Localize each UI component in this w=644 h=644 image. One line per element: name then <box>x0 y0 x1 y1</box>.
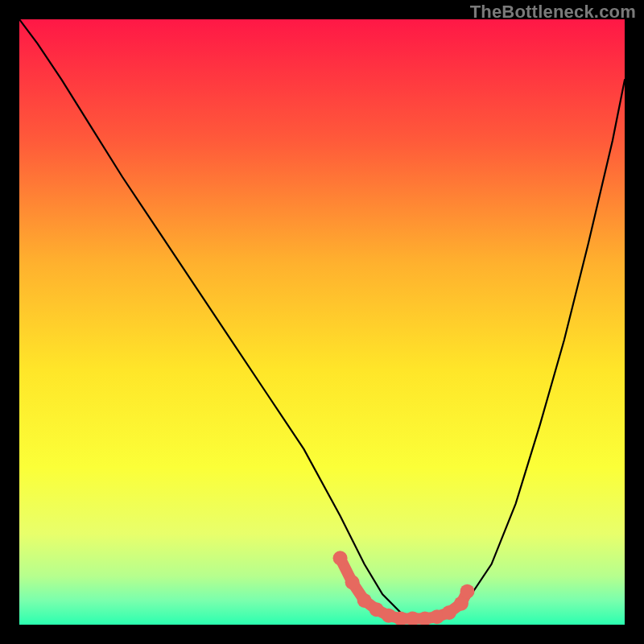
minimum-band-point <box>333 551 348 565</box>
chart-frame: { "watermark": "TheBottleneck.com", "cha… <box>0 0 644 644</box>
minimum-band-point <box>357 593 372 608</box>
chart-background <box>19 19 625 625</box>
minimum-band-point <box>442 605 456 620</box>
chart-plot <box>19 19 625 625</box>
minimum-band-point <box>382 609 396 623</box>
minimum-band-point <box>345 575 360 589</box>
minimum-band-point <box>460 584 474 599</box>
